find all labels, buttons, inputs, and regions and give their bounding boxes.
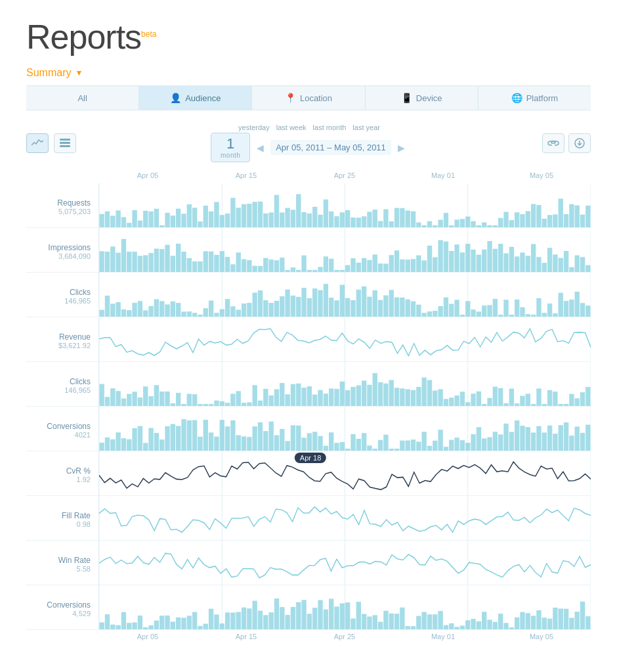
- svg-rect-366: [454, 395, 459, 406]
- tab-audience-label: Audience: [185, 93, 221, 103]
- chart-row-conversions-5: Conversions 4021: [26, 407, 591, 451]
- quick-last-year[interactable]: last year: [352, 123, 380, 131]
- svg-rect-288: [575, 292, 580, 317]
- svg-rect-414: [198, 437, 202, 451]
- svg-rect-22: [160, 225, 164, 227]
- svg-rect-423: [247, 437, 251, 451]
- svg-rect-451: [400, 441, 404, 451]
- svg-rect-467: [487, 437, 492, 451]
- svg-rect-92: [542, 219, 547, 227]
- svg-rect-144: [307, 270, 312, 272]
- metric-value-2: 146,965: [64, 297, 91, 305]
- svg-rect-468: [493, 432, 498, 451]
- controls-row: yesterday last week last month last year…: [26, 121, 591, 165]
- svg-rect-448: [383, 435, 388, 451]
- chart-label-0: Requests 5,075,203: [26, 183, 98, 227]
- svg-rect-81: [482, 223, 486, 228]
- svg-rect-454: [416, 442, 421, 451]
- date-next-arrow[interactable]: ▶: [395, 141, 408, 154]
- date-prev-arrow[interactable]: ◀: [254, 141, 266, 154]
- quick-last-month[interactable]: last month: [313, 123, 347, 131]
- svg-rect-365: [449, 397, 454, 406]
- quick-yesterday[interactable]: yesterday: [238, 123, 270, 131]
- svg-rect-163: [411, 259, 415, 273]
- svg-rect-375: [503, 403, 508, 406]
- svg-rect-39: [252, 202, 257, 227]
- tab-platform-label: Platform: [526, 93, 558, 103]
- chart-label-3: Revenue $3,621.92: [26, 317, 98, 361]
- svg-rect-524: [198, 626, 202, 629]
- svg-rect-533: [247, 608, 251, 629]
- svg-rect-165: [421, 261, 426, 273]
- svg-rect-224: [225, 299, 230, 317]
- svg-rect-422: [242, 437, 246, 451]
- chart-canvas-0: [98, 183, 591, 227]
- svg-rect-131: [236, 253, 241, 273]
- svg-rect-374: [498, 388, 503, 406]
- tab-location[interactable]: 📍 Location: [252, 86, 365, 110]
- svg-rect-465: [477, 427, 481, 451]
- svg-rect-109: [116, 253, 120, 272]
- svg-rect-210: [148, 306, 153, 317]
- chart-label-4: Clicks 146,965: [26, 362, 98, 406]
- svg-rect-179: [498, 244, 503, 272]
- svg-rect-407: [160, 439, 164, 451]
- svg-rect-272: [487, 305, 492, 317]
- svg-rect-49: [307, 213, 312, 227]
- table-view-button[interactable]: [54, 133, 76, 153]
- svg-rect-65: [394, 208, 399, 227]
- tab-device[interactable]: 📱 Device: [366, 86, 479, 110]
- svg-rect-278: [520, 307, 524, 317]
- tab-all[interactable]: All: [26, 86, 139, 110]
- svg-rect-137: [268, 259, 273, 272]
- svg-rect-247: [351, 300, 355, 317]
- svg-rect-246: [345, 298, 350, 317]
- svg-rect-53: [329, 212, 333, 227]
- svg-rect-162: [406, 259, 410, 272]
- tab-location-label: Location: [300, 93, 332, 103]
- svg-rect-232: [268, 303, 273, 317]
- metric-name-0: Requests: [57, 198, 91, 208]
- svg-rect-555: [367, 617, 372, 629]
- svg-rect-587: [542, 618, 547, 630]
- svg-rect-594: [580, 602, 585, 629]
- svg-rect-67: [406, 211, 410, 228]
- svg-rect-230: [258, 290, 263, 317]
- svg-rect-160: [394, 250, 399, 272]
- svg-rect-207: [132, 303, 137, 317]
- chart-label-1: Impressions 3,684,090: [26, 228, 98, 272]
- svg-rect-269: [471, 309, 475, 317]
- svg-rect-63: [383, 210, 388, 227]
- svg-rect-542: [296, 602, 301, 629]
- svg-rect-575: [477, 621, 481, 629]
- svg-rect-242: [324, 284, 328, 317]
- svg-rect-234: [280, 296, 284, 317]
- svg-rect-358: [411, 390, 415, 406]
- svg-rect-223: [220, 309, 224, 317]
- svg-rect-259: [416, 305, 421, 317]
- summary-link[interactable]: Summary ▼: [26, 67, 83, 79]
- date-nav-row: 1 month ◀ Apr 05, 2011 – May 05, 2011 ▶: [211, 133, 408, 162]
- svg-rect-83: [493, 225, 498, 227]
- svg-rect-50: [312, 207, 317, 227]
- link-button[interactable]: [542, 133, 564, 153]
- quick-last-week[interactable]: last week: [276, 123, 307, 131]
- svg-rect-180: [503, 254, 508, 272]
- svg-rect-561: [400, 608, 404, 629]
- svg-rect-94: [553, 215, 557, 228]
- svg-rect-455: [421, 432, 426, 451]
- chart-view-button[interactable]: [26, 133, 49, 153]
- svg-rect-337: [296, 384, 301, 406]
- svg-rect-0: [60, 139, 70, 141]
- svg-rect-430: [285, 441, 289, 451]
- svg-rect-593: [575, 612, 580, 629]
- svg-rect-262: [433, 311, 437, 317]
- svg-rect-569: [444, 625, 448, 629]
- svg-rect-267: [460, 315, 465, 317]
- tab-platform[interactable]: 🌐 Platform: [479, 86, 591, 110]
- download-button[interactable]: [568, 133, 591, 153]
- svg-rect-129: [225, 257, 230, 272]
- tab-audience[interactable]: 👤 Audience: [139, 86, 252, 110]
- svg-rect-404: [143, 443, 148, 451]
- svg-rect-64: [389, 221, 394, 227]
